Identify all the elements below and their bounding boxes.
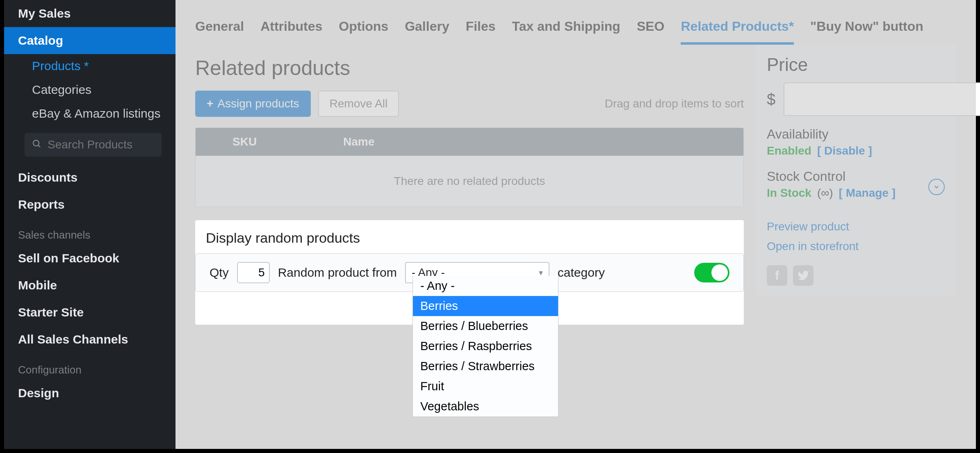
- toolbar: Assign products Remove All Drag and drop…: [195, 91, 744, 117]
- category-option[interactable]: Berries: [413, 296, 558, 316]
- random-title: Display random products: [195, 230, 744, 253]
- tab-general[interactable]: General: [195, 19, 244, 45]
- toggle-knob: [711, 264, 728, 281]
- remove-all-button[interactable]: Remove All: [318, 91, 399, 117]
- stock-status: In Stock: [767, 187, 811, 200]
- stock-detail: (∞): [817, 187, 833, 200]
- tab-buy-now[interactable]: "Buy Now" button: [810, 19, 923, 45]
- subnav-categories[interactable]: Categories: [4, 78, 175, 102]
- category-option[interactable]: Fruit: [413, 376, 558, 396]
- nav-sell-facebook[interactable]: Sell on Facebook: [4, 245, 175, 272]
- subnav-listings[interactable]: eBay & Amazon listings: [4, 102, 175, 125]
- nav-starter-site[interactable]: Starter Site: [4, 299, 175, 326]
- nav-all-channels[interactable]: All Sales Channels: [4, 326, 175, 353]
- tab-gallery[interactable]: Gallery: [405, 19, 449, 45]
- svg-point-0: [33, 140, 39, 146]
- disable-link[interactable]: [ Disable ]: [817, 144, 872, 157]
- product-tabs: General Attributes Options Gallery Files…: [175, 0, 976, 45]
- nav-reports[interactable]: Reports: [4, 191, 175, 218]
- nav-design[interactable]: Design: [4, 380, 175, 407]
- expand-stock-icon[interactable]: [928, 179, 945, 195]
- section-sales-channels: Sales channels: [4, 218, 175, 245]
- search-products[interactable]: [25, 133, 162, 157]
- category-dropdown[interactable]: - Any -BerriesBerries / BlueberriesBerri…: [413, 276, 558, 417]
- search-icon: [32, 138, 42, 152]
- svg-line-1: [38, 145, 40, 147]
- search-input[interactable]: [48, 138, 194, 151]
- availability-status: Enabled: [767, 144, 811, 157]
- category-option[interactable]: Berries / Blueberries: [413, 316, 558, 336]
- price-panel: Price $ Availability Enabled [ Disable ]: [755, 45, 956, 296]
- stock-title: Stock Control: [767, 169, 896, 184]
- drag-hint: Drag and drop items to sort: [605, 97, 744, 110]
- plus-icon: [207, 97, 213, 110]
- page-title: Related products: [195, 56, 744, 80]
- nav-my-sales[interactable]: My Sales: [4, 0, 175, 27]
- nav-catalog[interactable]: Catalog: [4, 27, 175, 54]
- table-header: SKU Name: [196, 128, 743, 156]
- currency-symbol: $: [767, 91, 775, 108]
- section-configuration: Configuration: [4, 353, 175, 380]
- category-option[interactable]: Vegetables: [413, 396, 558, 417]
- random-from-label: Random product from: [278, 266, 397, 280]
- random-products-card: Display random products Qty Random produ…: [195, 220, 744, 325]
- col-name: Name: [343, 135, 743, 148]
- tab-attributes[interactable]: Attributes: [260, 19, 322, 45]
- table-empty-message: There are no related products: [196, 156, 743, 207]
- qty-label: Qty: [210, 266, 229, 280]
- price-title: Price: [767, 55, 945, 75]
- manage-stock-link[interactable]: [ Manage ]: [839, 187, 896, 200]
- related-table: SKU Name There are no related products: [195, 127, 744, 207]
- nav-mobile[interactable]: Mobile: [4, 272, 175, 299]
- subnav-products[interactable]: Products *: [4, 54, 175, 78]
- nav-discounts[interactable]: Discounts: [4, 164, 175, 191]
- random-toggle[interactable]: [694, 263, 729, 282]
- facebook-icon[interactable]: f: [767, 265, 787, 286]
- preview-product-link[interactable]: Preview product: [767, 220, 945, 233]
- category-option[interactable]: Berries / Strawberries: [413, 356, 558, 376]
- category-option[interactable]: Berries / Raspberries: [413, 336, 558, 356]
- assign-products-button[interactable]: Assign products: [195, 91, 311, 117]
- assign-products-label: Assign products: [217, 97, 299, 110]
- sidebar: My Sales Catalog Products * Categories e…: [4, 0, 175, 449]
- open-storefront-link[interactable]: Open in storefront: [767, 240, 945, 253]
- availability-title: Availability: [767, 127, 945, 142]
- tab-seo[interactable]: SEO: [637, 19, 665, 45]
- category-option[interactable]: - Any -: [413, 276, 558, 296]
- price-input[interactable]: [784, 82, 980, 116]
- qty-input[interactable]: [237, 262, 270, 283]
- category-word: category: [558, 266, 605, 280]
- main-content: General Attributes Options Gallery Files…: [175, 0, 976, 449]
- tab-related-products[interactable]: Related Products*: [681, 19, 794, 45]
- tab-files[interactable]: Files: [466, 19, 496, 45]
- tab-options[interactable]: Options: [339, 19, 388, 45]
- col-sku: SKU: [196, 135, 343, 148]
- tab-tax-shipping[interactable]: Tax and Shipping: [512, 19, 620, 45]
- twitter-icon[interactable]: [793, 265, 814, 286]
